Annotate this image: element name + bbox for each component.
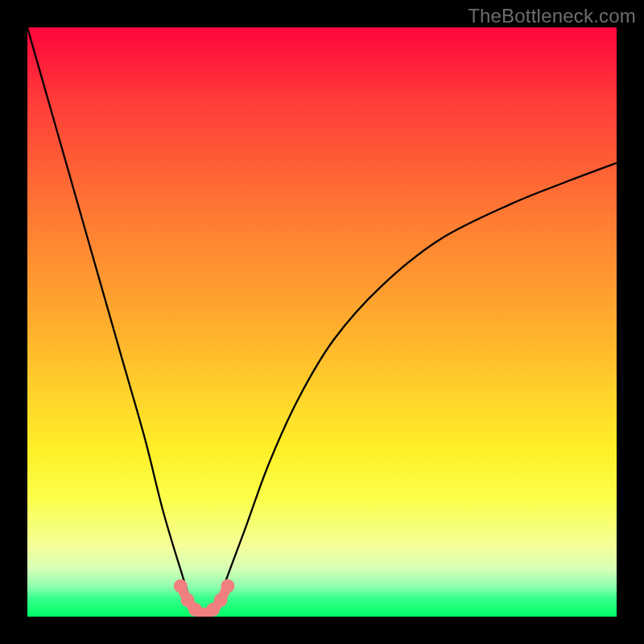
curve-right-branch (204, 163, 617, 617)
highlight-marker (174, 579, 188, 592)
chart-frame: TheBottleneck.com (0, 0, 644, 644)
highlight-markers (174, 579, 235, 617)
watermark-label: TheBottleneck.com (468, 5, 636, 27)
highlight-marker (221, 579, 234, 592)
highlight-marker (214, 593, 228, 607)
plot-area (27, 27, 617, 617)
curve-left-branch (27, 27, 204, 617)
curve-layer (27, 27, 617, 617)
